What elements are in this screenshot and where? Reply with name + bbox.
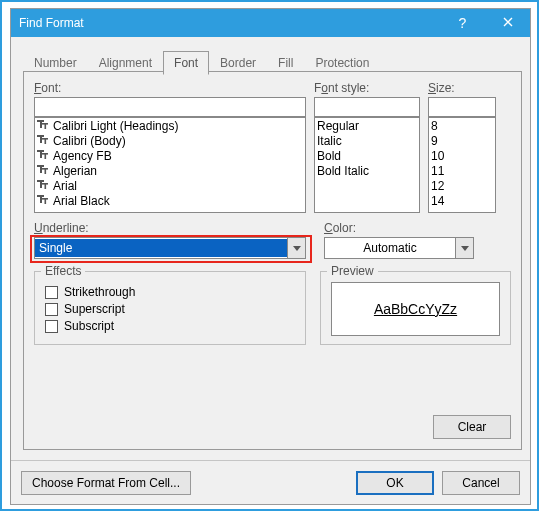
truetype-icon (37, 120, 49, 131)
font-label: Font: (34, 81, 306, 95)
close-button[interactable] (485, 9, 530, 37)
font-style-label: Font style: (314, 81, 420, 95)
color-combo[interactable]: Automatic (324, 237, 474, 259)
checkbox-superscript[interactable]: Superscript (45, 302, 295, 316)
svg-rect-1 (40, 120, 42, 128)
checkbox-label: Subscript (64, 319, 114, 333)
cancel-button[interactable]: Cancel (442, 471, 520, 495)
style-item[interactable]: Italic (315, 133, 419, 148)
size-item[interactable]: 12 (429, 178, 495, 193)
font-item[interactable]: Arial Black (35, 193, 305, 208)
size-label: Size: (428, 81, 496, 95)
tab-divider (23, 71, 522, 72)
clear-button[interactable]: Clear (433, 415, 511, 439)
truetype-icon (37, 165, 49, 176)
font-item[interactable]: Calibri (Body) (35, 133, 305, 148)
checkbox-label: Strikethrough (64, 285, 135, 299)
truetype-icon (37, 195, 49, 206)
style-item[interactable]: Bold (315, 148, 419, 163)
preview-group: Preview AaBbCcYyZz (320, 271, 511, 345)
svg-rect-3 (45, 123, 47, 129)
tab-font[interactable]: Font (163, 51, 209, 75)
font-panel: Font: Calibri Light (Headings)Calibri (B… (23, 71, 522, 450)
dialog-footer: Choose Format From Cell... OK Cancel (11, 460, 530, 504)
font-item[interactable]: Algerian (35, 163, 305, 178)
ok-button[interactable]: OK (356, 471, 434, 495)
effects-group: Effects StrikethroughSuperscriptSubscrip… (34, 271, 306, 345)
underline-dropdown-button[interactable] (287, 238, 305, 258)
color-label: Color: (324, 221, 511, 235)
font-listbox[interactable]: Calibri Light (Headings)Calibri (Body)Ag… (34, 117, 306, 213)
svg-rect-23 (45, 198, 47, 204)
preview-sample: AaBbCcYyZz (331, 282, 500, 336)
underline-combo[interactable]: Single (34, 237, 306, 259)
truetype-icon (37, 150, 49, 161)
title-bar: Find Format ? (11, 9, 530, 37)
underline-value: Single (35, 239, 287, 257)
checkbox-label: Superscript (64, 302, 125, 316)
svg-rect-5 (40, 135, 42, 143)
checkbox-subscript[interactable]: Subscript (45, 319, 295, 333)
size-item[interactable]: 9 (429, 133, 495, 148)
font-item[interactable]: Arial (35, 178, 305, 193)
size-item[interactable]: 11 (429, 163, 495, 178)
preview-legend: Preview (327, 264, 378, 278)
font-item[interactable]: Agency FB (35, 148, 305, 163)
chevron-down-icon (293, 246, 301, 251)
window-title: Find Format (19, 16, 440, 30)
checkbox-box (45, 286, 58, 299)
svg-rect-19 (45, 183, 47, 189)
size-item[interactable]: 8 (429, 118, 495, 133)
svg-rect-17 (40, 180, 42, 188)
truetype-icon (37, 135, 49, 146)
svg-rect-13 (40, 165, 42, 173)
style-item[interactable]: Bold Italic (315, 163, 419, 178)
underline-label: Underline: (34, 221, 306, 235)
size-input[interactable] (428, 97, 496, 117)
dialog-window: Find Format ? NumberAlignmentFontBorderF… (10, 8, 531, 505)
truetype-icon (37, 180, 49, 191)
color-value: Automatic (325, 239, 455, 257)
close-icon (503, 16, 513, 30)
style-item[interactable]: Regular (315, 118, 419, 133)
svg-rect-9 (40, 150, 42, 158)
font-input[interactable] (34, 97, 306, 117)
help-icon: ? (459, 15, 467, 31)
size-item[interactable]: 14 (429, 193, 495, 208)
size-listbox[interactable]: 8910111214 (428, 117, 496, 213)
choose-format-button[interactable]: Choose Format From Cell... (21, 471, 191, 495)
checkbox-box (45, 320, 58, 333)
svg-rect-15 (45, 168, 47, 174)
annotation-border: Find Format ? NumberAlignmentFontBorderF… (0, 0, 539, 511)
checkbox-strikethrough[interactable]: Strikethrough (45, 285, 295, 299)
svg-rect-7 (45, 138, 47, 144)
chevron-down-icon (461, 246, 469, 251)
size-item[interactable]: 10 (429, 148, 495, 163)
svg-rect-11 (45, 153, 47, 159)
checkbox-box (45, 303, 58, 316)
font-style-input[interactable] (314, 97, 420, 117)
color-dropdown-button[interactable] (455, 238, 473, 258)
font-style-listbox[interactable]: RegularItalicBoldBold Italic (314, 117, 420, 213)
help-button[interactable]: ? (440, 9, 485, 37)
effects-legend: Effects (41, 264, 85, 278)
svg-rect-21 (40, 195, 42, 203)
font-item[interactable]: Calibri Light (Headings) (35, 118, 305, 133)
